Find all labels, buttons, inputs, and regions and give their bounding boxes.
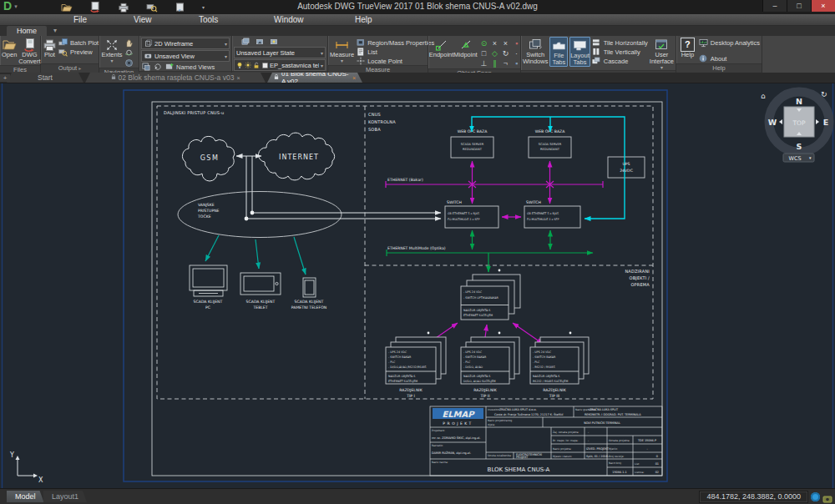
close-tab-icon[interactable]: ×: [236, 75, 240, 81]
viewcube[interactable]: ⌂ ↻ TOP N S E W WCS ▾: [761, 90, 829, 162]
about-info-icon: [699, 54, 708, 63]
menu-help[interactable]: Help: [355, 15, 372, 24]
cascade-button[interactable]: Cascade: [592, 57, 648, 65]
orbit-icon[interactable]: [124, 48, 134, 58]
desktop-analytics-button[interactable]: Desktop Analytics: [699, 38, 760, 47]
list-label: List: [367, 48, 377, 56]
model-tab[interactable]: Model: [7, 491, 44, 502]
layer-dropdown[interactable]: EP_sastavnica teks ▾: [234, 59, 326, 71]
tab-drawing-02[interactable]: 02 Blok shema raspleta CNUS-a v03 ×: [85, 73, 266, 83]
isolate-objects-icon[interactable]: [822, 492, 832, 501]
snap-intersection-icon[interactable]: ×: [500, 38, 511, 48]
status-bar: Model Layout1 484.1782, 248.3882, 0.0000: [0, 488, 835, 504]
drawing-border: [152, 102, 662, 476]
list-button[interactable]: List: [356, 48, 434, 56]
pan-icon[interactable]: [124, 38, 134, 48]
snap-quadrant-icon[interactable]: ◇: [489, 48, 500, 58]
snap-center-icon[interactable]: ⊙: [478, 38, 489, 48]
snap-parallel-icon[interactable]: ∥: [489, 58, 500, 68]
open-button[interactable]: Open: [2, 37, 17, 58]
tab-home[interactable]: Home: [7, 26, 47, 36]
web-opc-server-2: WEB OPC BAZA SCADA SERVER REDUNDANT: [529, 129, 571, 158]
switch-windows-button[interactable]: Switch Windows: [523, 37, 548, 65]
menu-view[interactable]: View: [134, 15, 152, 24]
hardware-acceleration-icon[interactable]: [811, 492, 820, 501]
menu-file[interactable]: File: [73, 15, 87, 24]
help-button[interactable]: ? Help: [678, 37, 697, 58]
viewcube-home-icon[interactable]: ⌂: [761, 92, 766, 100]
about-button[interactable]: About: [699, 54, 760, 63]
user-interface-button[interactable]: User Interface ▾: [650, 37, 674, 70]
cascade-label: Cascade: [604, 58, 629, 65]
region-label: Region/Mass Properties: [367, 39, 434, 47]
svg-text:Br. mape / br. mapa:: Br. mape / br. mapa:: [553, 439, 579, 442]
layer-states-icon[interactable]: [240, 38, 250, 47]
razdjelnik-tip3: - UPS 24 VDC - SWITCH BAKAR - PLC - RS23…: [530, 337, 589, 398]
tile-vertically-button[interactable]: Tile Vertically: [592, 48, 648, 56]
menu-window[interactable]: Window: [274, 15, 304, 24]
layer-isolate-icon[interactable]: [269, 38, 278, 47]
svg-text:RS232 / RS485 SUČELJEM: RS232 / RS485 SUČELJEM: [533, 379, 568, 383]
svg-text:List:: List:: [635, 462, 640, 466]
dwg-convert-button[interactable]: DWG Convert: [18, 37, 40, 65]
layout-tabs-button[interactable]: Layout Tabs: [569, 37, 590, 67]
svg-text:- SWITCH BAKAR: - SWITCH BAKAR: [388, 355, 412, 359]
file-tabs-button[interactable]: File Tabs: [549, 37, 568, 67]
visual-style-dropdown[interactable]: 2D Wireframe ▾: [141, 38, 230, 49]
snap-extension-icon[interactable]: □: [478, 48, 489, 58]
maximize-button[interactable]: □: [787, 0, 811, 12]
dialog-launcher-icon[interactable]: ▸: [78, 66, 81, 71]
locate-point-icon: [356, 57, 365, 66]
preview-button[interactable]: Preview: [58, 48, 99, 56]
close-button[interactable]: ×: [811, 0, 835, 12]
svg-text:TIP II: TIP II: [479, 394, 489, 398]
measure-button[interactable]: Measure ▾: [330, 37, 354, 63]
extents-label: Extents: [101, 52, 122, 58]
drawing-canvas[interactable]: .w{stroke:#dfe3e6;fill:none;stroke-width…: [0, 83, 835, 488]
layer-state-dropdown[interactable]: Unsaved Layer State ▾: [234, 47, 326, 58]
snap-node-icon[interactable]: ×: [489, 38, 500, 48]
view-combo-dropdown[interactable]: Unsaved View ▾: [141, 50, 230, 62]
region-mass-button[interactable]: Region/Mass Properties: [356, 38, 434, 47]
svg-text:02: 02: [655, 471, 659, 474]
batch-plot-button[interactable]: Batch Plot: [58, 38, 99, 47]
svg-text:ETHERNET (Bakar): ETHERNET (Bakar): [387, 178, 423, 182]
layer-prev-icon[interactable]: [255, 38, 264, 47]
snap-perpendicular-icon[interactable]: ⊥: [478, 58, 489, 68]
svg-text:ETHERNET MultiMode (Optika): ETHERNET MultiMode (Optika): [387, 246, 446, 250]
about-label: About: [711, 55, 727, 63]
svg-text:15084-1-1: 15084-1-1: [612, 471, 627, 474]
viewcube-arrow-w[interactable]: [779, 119, 782, 124]
new-tab-button[interactable]: +: [0, 74, 10, 82]
ribbon-options-icon[interactable]: ▾: [53, 26, 57, 36]
snap-none-icon[interactable]: ¬: [500, 58, 511, 68]
svg-text:Y: Y: [9, 451, 14, 459]
plot-button[interactable]: Plot: [43, 37, 57, 58]
close-tab-icon[interactable]: ×: [352, 75, 356, 81]
locate-point-button[interactable]: Locate Point: [356, 57, 434, 65]
tab-drawing-01-active[interactable]: 01 Blok shema CNUS-A v02 ×: [267, 73, 362, 83]
model-space[interactable]: .w{stroke:#dfe3e6;fill:none;stroke-width…: [0, 83, 835, 488]
dwg-convert-label: DWG Convert: [18, 52, 40, 65]
steering-wheel-icon[interactable]: [124, 58, 134, 68]
svg-text:FO MULTIMODE 3 x SFP: FO MULTIMODE 3 x SFP: [448, 218, 479, 221]
snap-nearest-icon[interactable]: ↻: [500, 48, 511, 58]
endpoint-button[interactable]: Endpoint: [430, 37, 453, 58]
named-views-row[interactable]: Named Views: [141, 63, 230, 71]
tab-start[interactable]: Start: [7, 73, 84, 83]
zoom-extents-button[interactable]: Extents ▾: [101, 37, 123, 63]
svg-text:OPREMA: OPREMA: [630, 282, 650, 287]
dwg-convert-icon: [23, 38, 36, 52]
title-bar: D ▾ ▾ Autodesk DWG TrueView 2017 01 Blok…: [0, 0, 835, 14]
minimize-button[interactable]: –: [762, 0, 787, 12]
midpoint-button[interactable]: Midpoint: [454, 37, 477, 58]
svg-text:- DI/DO, AI/AO: - DI/DO, AI/AO: [463, 365, 483, 369]
svg-text:VANJSKE: VANJSKE: [198, 203, 215, 207]
layout1-tab[interactable]: Layout1: [43, 491, 87, 502]
svg-text:-: -: [588, 431, 590, 434]
viewcube-rotate-icon[interactable]: ↻: [821, 90, 827, 98]
viewcube-arrow-e[interactable]: [816, 119, 819, 124]
tile-horizontally-button[interactable]: Tile Horizontally: [592, 38, 648, 47]
tile-vertical-icon: [592, 48, 601, 57]
menu-tools[interactable]: Tools: [199, 15, 218, 24]
